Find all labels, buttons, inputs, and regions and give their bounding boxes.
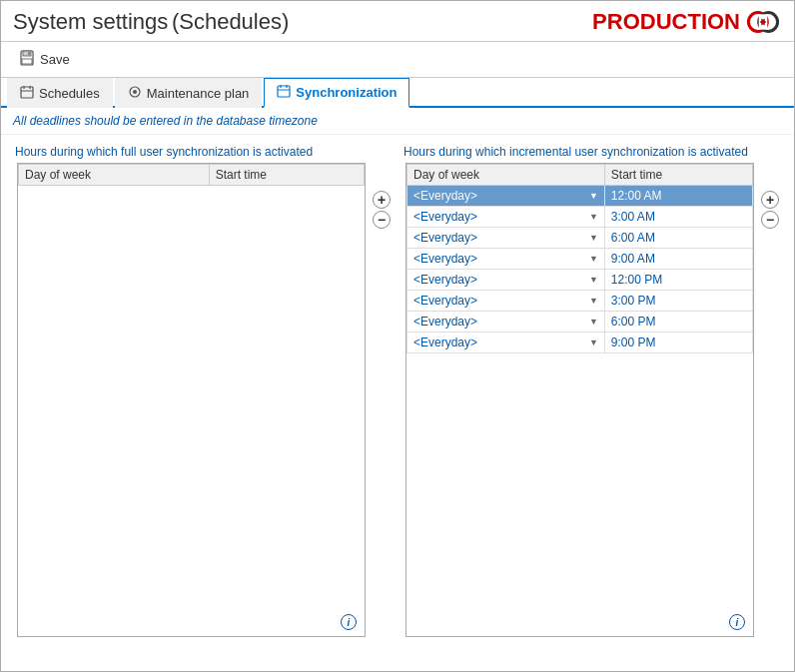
- tab-schedules[interactable]: Schedules: [7, 78, 113, 108]
- incremental-sync-area: Day of week Start time <Everyday>▼12:00 …: [401, 163, 782, 637]
- table-row[interactable]: <Everyday>▼12:00 AM: [407, 186, 753, 207]
- svg-point-12: [133, 90, 137, 94]
- table-row[interactable]: <Everyday>▼12:00 PM: [407, 270, 753, 291]
- full-sync-add-button[interactable]: +: [373, 191, 391, 209]
- incremental-sync-panel: Hours during which incremental user sync…: [401, 145, 782, 637]
- save-button[interactable]: Save: [13, 48, 76, 71]
- incremental-sync-table: Day of week Start time <Everyday>▼12:00 …: [406, 164, 753, 353]
- start-time-cell: 12:00 AM: [604, 186, 752, 207]
- incremental-sync-col-start: Start time: [604, 165, 752, 186]
- full-sync-panel: Hours during which full user synchroniza…: [13, 145, 394, 637]
- table-row[interactable]: <Everyday>▼9:00 AM: [407, 249, 753, 270]
- full-sync-title: Hours during which full user synchroniza…: [13, 145, 394, 163]
- table-row[interactable]: <Everyday>▼6:00 PM: [407, 312, 753, 333]
- day-cell: <Everyday>▼: [407, 186, 605, 207]
- info-icon-incremental[interactable]: i: [729, 614, 745, 630]
- start-time-cell: 6:00 PM: [604, 312, 752, 333]
- save-icon: [19, 50, 35, 69]
- sync-icon: [277, 84, 291, 101]
- incremental-sync-grid-container: Day of week Start time <Everyday>▼12:00 …: [405, 163, 754, 637]
- start-time-cell: 6:00 AM: [604, 228, 752, 249]
- incremental-sync-controls: + −: [758, 163, 782, 637]
- logo: PRODUCTION: [592, 9, 782, 35]
- incremental-sync-col-day: Day of week: [407, 165, 605, 186]
- main-content: Hours during which full user synchroniza…: [1, 135, 794, 647]
- day-cell: <Everyday>▼: [407, 207, 605, 228]
- day-cell: <Everyday>▼: [407, 333, 605, 353]
- full-sync-table: Day of week Start time: [18, 164, 365, 186]
- day-cell: <Everyday>▼: [407, 291, 605, 312]
- tab-synchronization[interactable]: Synchronization: [264, 78, 409, 108]
- full-sync-controls: + −: [370, 163, 394, 637]
- incremental-sync-info[interactable]: i: [729, 614, 745, 630]
- incremental-sync-title: Hours during which incremental user sync…: [401, 145, 782, 163]
- table-row[interactable]: <Everyday>▼3:00 AM: [407, 207, 753, 228]
- full-sync-col-day: Day of week: [19, 165, 210, 186]
- info-icon-full[interactable]: i: [341, 614, 357, 630]
- start-time-cell: 9:00 AM: [604, 249, 752, 270]
- start-time-cell: 9:00 PM: [604, 333, 752, 353]
- incremental-sync-remove-button[interactable]: −: [761, 211, 779, 229]
- svg-rect-5: [22, 59, 32, 64]
- maintenance-icon: [128, 85, 142, 102]
- start-time-cell: 3:00 PM: [604, 291, 752, 312]
- table-row[interactable]: <Everyday>▼3:00 PM: [407, 291, 753, 312]
- day-cell: <Everyday>▼: [407, 312, 605, 333]
- full-sync-info[interactable]: i: [341, 614, 357, 630]
- full-sync-remove-button[interactable]: −: [373, 211, 391, 229]
- full-sync-col-start: Start time: [209, 165, 364, 186]
- notice-text: All deadlines should be entered in the d…: [1, 108, 794, 135]
- start-time-cell: 3:00 AM: [604, 207, 752, 228]
- svg-rect-13: [278, 86, 290, 97]
- svg-rect-7: [21, 87, 33, 98]
- header: System settings (Schedules) PRODUCTION: [1, 1, 794, 42]
- tabs-bar: Schedules Maintenance plan Synchronizati…: [1, 78, 794, 108]
- svg-rect-6: [28, 52, 30, 55]
- start-time-cell: 12:00 PM: [604, 270, 752, 291]
- full-sync-grid-container: Day of week Start time i: [17, 163, 366, 637]
- day-cell: <Everyday>▼: [407, 228, 605, 249]
- full-sync-area: Day of week Start time i +: [13, 163, 394, 637]
- day-cell: <Everyday>▼: [407, 249, 605, 270]
- schedules-icon: [20, 85, 34, 102]
- day-cell: <Everyday>▼: [407, 270, 605, 291]
- table-row[interactable]: <Everyday>▼9:00 PM: [407, 333, 753, 353]
- toolbar: Save: [1, 42, 794, 78]
- tab-maintenance[interactable]: Maintenance plan: [115, 78, 263, 108]
- incremental-sync-add-button[interactable]: +: [761, 191, 779, 209]
- table-row[interactable]: <Everyday>▼6:00 AM: [407, 228, 753, 249]
- logo-icon: [744, 10, 782, 34]
- page-title: System settings (Schedules): [13, 9, 289, 35]
